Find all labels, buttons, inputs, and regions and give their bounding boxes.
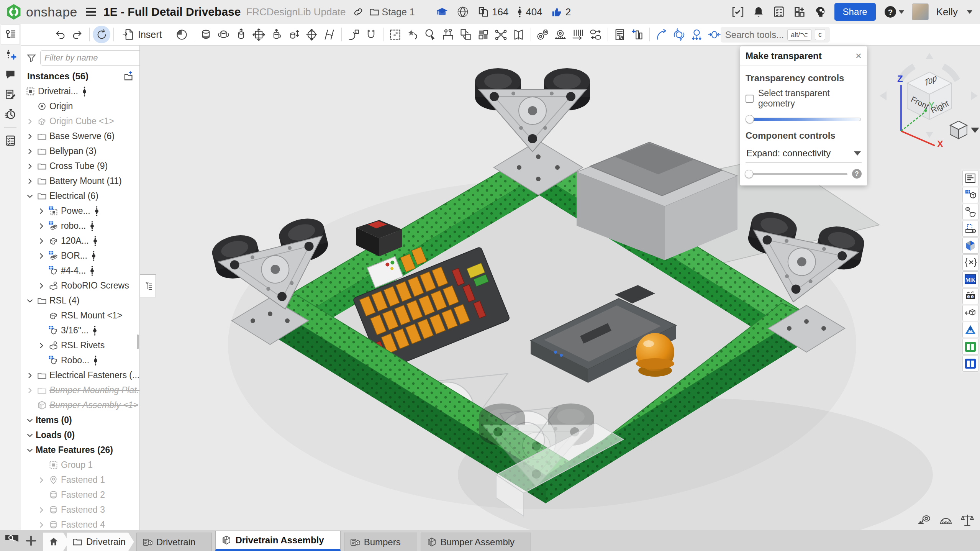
robot-app-button[interactable] xyxy=(962,288,978,304)
public-globe-icon[interactable] xyxy=(457,6,469,18)
structure-panel-button[interactable] xyxy=(962,170,978,186)
press-tool-button[interactable] xyxy=(688,26,706,43)
user-avatar[interactable] xyxy=(912,3,929,20)
blank-icon[interactable] xyxy=(24,102,36,112)
chev-r-icon[interactable] xyxy=(36,520,47,530)
tasks-button[interactable] xyxy=(1,131,20,151)
tree-row[interactable]: Group 1 xyxy=(21,458,139,472)
help-button[interactable] xyxy=(883,5,904,19)
mk-app-button[interactable] xyxy=(962,271,978,287)
chev-r-icon[interactable] xyxy=(36,281,47,291)
likes-stat[interactable]: 2 xyxy=(551,6,571,18)
tree-row[interactable]: Mate Features (26) xyxy=(21,443,139,458)
named-positions-clock-button[interactable] xyxy=(173,26,191,43)
tree-row[interactable]: Bumper Assembly <1> xyxy=(21,398,139,413)
comments-button[interactable] xyxy=(1,64,20,84)
transparency-slider-knob[interactable] xyxy=(746,115,754,123)
chev-d-icon[interactable] xyxy=(24,191,36,201)
animate-button[interactable] xyxy=(653,26,670,43)
notes-button[interactable] xyxy=(1,84,20,104)
tab-bumpers-partstudio[interactable]: Bumpers xyxy=(344,533,417,551)
replicate-button[interactable] xyxy=(457,26,475,43)
expand-slider[interactable] xyxy=(746,170,847,178)
pin-slot-mate-button[interactable] xyxy=(285,26,303,43)
tab-drivetrain-partstudio[interactable]: Drivetrain xyxy=(136,533,212,551)
gear-relation-button[interactable] xyxy=(534,26,552,43)
snap-mode-button[interactable] xyxy=(362,26,380,43)
tree-row[interactable]: RSL Rivets xyxy=(21,338,139,353)
expand-slider-knob[interactable] xyxy=(745,170,753,178)
tree-row[interactable]: Robo... xyxy=(21,353,139,368)
feature-script-icon[interactable] xyxy=(731,6,745,18)
view-cube[interactable]: Top Front Right Z X Y xyxy=(877,50,980,148)
fastened-mate-button[interactable] xyxy=(197,26,215,43)
tree-row[interactable]: robo... xyxy=(21,218,139,233)
slider-help-icon[interactable]: ? xyxy=(852,169,862,179)
expand-mode-dropdown[interactable]: Expand: connectivity xyxy=(746,146,862,163)
tree-row[interactable]: RSL (4) xyxy=(21,293,139,308)
chev-d-icon[interactable] xyxy=(24,415,36,425)
transparency-slider[interactable] xyxy=(746,115,861,123)
apps-store-icon[interactable] xyxy=(793,5,806,18)
filter-funnel-icon[interactable] xyxy=(26,53,36,63)
breadcrumb-folder-tab[interactable]: Drivetrain xyxy=(67,533,134,551)
workspace-folder-icon[interactable] xyxy=(369,7,380,17)
tree-row[interactable]: Electrical Fasteners (... xyxy=(21,368,139,383)
tree-row-drivetrain[interactable]: Drivetrai... xyxy=(21,84,139,99)
pattern-button[interactable] xyxy=(475,26,492,43)
blank-icon[interactable] xyxy=(36,460,47,470)
tree-row[interactable]: 3/16"... xyxy=(21,323,139,338)
selection-tool-button[interactable] xyxy=(422,26,439,43)
protractor-icon[interactable] xyxy=(939,513,953,528)
tasks-icon[interactable] xyxy=(772,5,785,18)
close-icon[interactable]: × xyxy=(855,51,862,61)
user-menu-caret-icon[interactable] xyxy=(967,10,972,14)
chev-r-icon[interactable] xyxy=(24,161,36,171)
mate-connector-button[interactable] xyxy=(345,26,362,43)
cad-app-button[interactable] xyxy=(962,322,978,338)
mass-properties-icon[interactable] xyxy=(960,513,975,528)
blank-icon[interactable] xyxy=(36,266,47,276)
chev-r-icon[interactable] xyxy=(36,206,47,216)
chev-r-icon[interactable] xyxy=(24,146,36,156)
history-button[interactable] xyxy=(1,104,20,124)
tree-row[interactable]: RSL Mount <1> xyxy=(21,308,139,323)
references-stat[interactable]: 404 xyxy=(517,6,542,18)
chev-r-icon[interactable] xyxy=(36,475,47,485)
workspace-label[interactable]: Stage 1 xyxy=(382,7,415,18)
chev-r-icon[interactable] xyxy=(36,341,47,351)
chev-r-icon[interactable] xyxy=(24,385,36,395)
mate-relation-button[interactable] xyxy=(404,26,422,43)
filter-input[interactable] xyxy=(40,50,140,66)
bom-button[interactable] xyxy=(611,26,629,43)
named-positions-button[interactable] xyxy=(439,26,457,43)
tree-row[interactable]: Bumper Mounting Plat... xyxy=(21,383,139,398)
copy-link-icon[interactable] xyxy=(353,7,364,17)
transparency-slider-track[interactable] xyxy=(746,118,861,121)
tree-row[interactable]: Fastened 3 xyxy=(21,502,139,517)
belt-relation-button[interactable] xyxy=(587,26,605,43)
document-title[interactable]: 1E - Full Detail Drivebase xyxy=(103,5,241,18)
main-menu-button[interactable] xyxy=(86,8,96,16)
notifications-bell-icon[interactable] xyxy=(752,6,765,18)
tree-row[interactable]: Fastened 4 xyxy=(21,517,139,530)
tree-row[interactable]: Fastened 2 xyxy=(21,487,139,502)
tree-row[interactable]: Fastened 1 xyxy=(21,472,139,487)
tree-row[interactable]: Battery Mount (11) xyxy=(21,174,139,189)
copies-stat[interactable]: 164 xyxy=(477,6,508,18)
tape-measure-icon[interactable] xyxy=(917,513,932,528)
ai-advisor-icon[interactable] xyxy=(814,5,827,18)
assembly-features-panel-button[interactable] xyxy=(1,25,20,44)
chev-r-icon[interactable] xyxy=(24,116,36,126)
chev-r-icon[interactable] xyxy=(36,505,47,515)
exploded-view-button[interactable] xyxy=(492,26,510,43)
cylindrical-mate-button[interactable] xyxy=(268,26,285,43)
rack-pinion-relation-button[interactable] xyxy=(552,26,569,43)
linear-relation-button[interactable] xyxy=(569,26,587,43)
configurations-button[interactable] xyxy=(629,26,646,43)
parallel-mate-button[interactable] xyxy=(321,26,338,43)
blank-icon[interactable] xyxy=(36,326,47,336)
chev-d-icon[interactable] xyxy=(24,430,36,440)
select-transparent-geometry-checkbox[interactable] xyxy=(746,95,754,103)
share-button[interactable]: Share xyxy=(834,3,876,21)
